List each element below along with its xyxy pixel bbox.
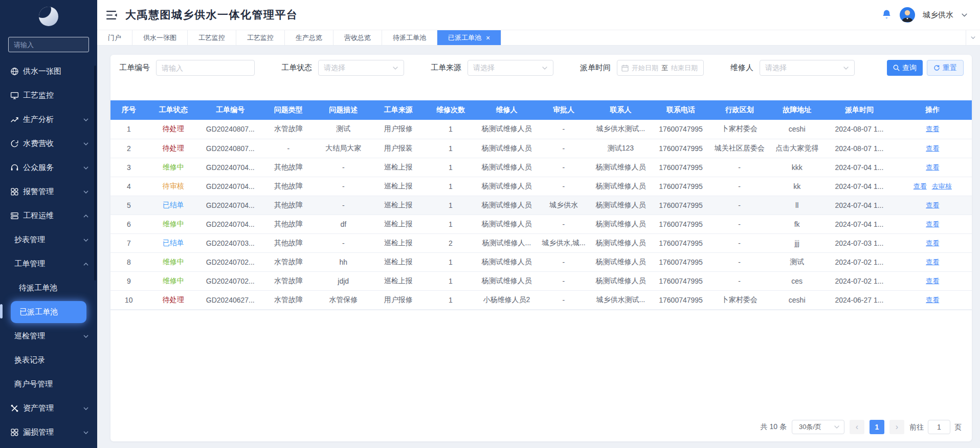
- tab-dispatched-pool[interactable]: 已派工单池×: [437, 30, 501, 45]
- sidebar-scrollbar[interactable]: [94, 66, 96, 281]
- sidebar-item-process-monitor[interactable]: 工艺监控: [0, 83, 97, 108]
- view-link[interactable]: 查看: [926, 220, 939, 228]
- cell-address: jjj: [769, 233, 825, 252]
- sidebar-item-merchant-id-mgmt[interactable]: 商户号管理: [0, 372, 97, 396]
- view-link[interactable]: 查看: [926, 258, 939, 266]
- sidebar-item-inspection-mgmt[interactable]: 巡检管理: [0, 324, 97, 348]
- sidebar: 供水一张图工艺监控生产分析水费营收公众服务报警管理工程运维抄表管理工单管理待派工…: [0, 0, 97, 448]
- source-select[interactable]: 请选择: [467, 60, 553, 76]
- prev-page-button[interactable]: ‹: [850, 420, 864, 434]
- cell-status: 维修中: [147, 271, 199, 290]
- alarm-icon: [10, 187, 19, 196]
- tab-process-monitor-2[interactable]: 工艺监控: [236, 30, 285, 45]
- user-name[interactable]: 城乡供水: [923, 10, 953, 20]
- cell-status: 维修中: [147, 215, 199, 233]
- chevron-down-icon: [843, 65, 849, 71]
- sidebar-item-asset-mgmt[interactable]: 资产管理: [0, 396, 97, 420]
- sidebar-item-pending-order-pool[interactable]: 待派工单池: [0, 276, 97, 300]
- tab-label: 待派工单池: [393, 33, 426, 42]
- filter-bar: 工单编号 工单状态 请选择 工单来源: [110, 55, 972, 76]
- cell-approver: 城乡供水,城...: [538, 233, 590, 252]
- goto-page-input[interactable]: [928, 420, 950, 434]
- next-page-button[interactable]: ›: [889, 420, 904, 434]
- cell-address: 测试: [769, 252, 825, 271]
- date-range-picker[interactable]: 开始日期 至 结束日期: [617, 60, 704, 76]
- view-link[interactable]: 查看: [926, 201, 939, 209]
- sidebar-item-engineering-ops[interactable]: 工程运维: [0, 204, 97, 228]
- cell-time: 2024-08-07 1...: [825, 139, 893, 158]
- cell-phone: 17600747995: [652, 215, 710, 233]
- sidebar-item-production-analysis[interactable]: 生产分析: [0, 108, 97, 132]
- order-no-input-wrap: [156, 60, 255, 76]
- cell-source: 巡检上报: [371, 252, 425, 271]
- cell-issue_desc: df: [316, 215, 371, 233]
- cell-address: ll: [769, 196, 825, 215]
- chevron-down-icon[interactable]: [961, 12, 968, 18]
- tab-label: 门户: [108, 33, 121, 42]
- page-size-select[interactable]: 30条/页: [792, 420, 844, 434]
- sidebar-item-alarm-management[interactable]: 报警管理: [0, 180, 97, 204]
- sidebar-item-public-service[interactable]: 公众服务: [0, 156, 97, 180]
- notification-bell-icon[interactable]: [881, 9, 892, 20]
- view-link[interactable]: 查看: [926, 277, 939, 285]
- collapse-menu-icon[interactable]: [106, 10, 117, 20]
- reset-button[interactable]: 重置: [927, 60, 964, 76]
- table-row: 3维修中GD20240704...其他故障-巡检上报1杨测试维修人员-杨测试维修…: [110, 158, 972, 177]
- cell-issue_type: 其他故障: [261, 233, 316, 252]
- cell-contact: 测试123: [590, 139, 652, 158]
- current-page-button[interactable]: 1: [870, 420, 884, 434]
- cell-time: 2024-08-07 1...: [825, 120, 893, 139]
- cell-approver: -: [538, 252, 590, 271]
- cell-source: 用户报装: [371, 139, 425, 158]
- tab-portal[interactable]: 门户: [97, 30, 132, 45]
- cell-order_no: GD20240703...: [199, 233, 261, 252]
- view-link[interactable]: 查看: [926, 125, 939, 133]
- tab-revenue-overview[interactable]: 营收总览: [333, 30, 382, 45]
- view-link[interactable]: 查看: [926, 296, 939, 304]
- view-link[interactable]: 查看: [926, 144, 939, 152]
- search-button[interactable]: 查询: [887, 60, 923, 76]
- filter-source: 工单来源 请选择: [431, 60, 553, 76]
- close-icon[interactable]: ×: [486, 34, 490, 41]
- tab-list-chevron-down-icon[interactable]: [966, 30, 980, 45]
- user-avatar[interactable]: [900, 7, 915, 23]
- view-link[interactable]: 查看: [926, 239, 939, 247]
- search-button-label: 查询: [902, 63, 917, 73]
- tab-pending-pool[interactable]: 待派工单池: [382, 30, 437, 45]
- work-order-table-wrap: 序号工单状态工单编号问题类型问题描述工单来源维修次数维修人审批人联系人联系电话行…: [110, 100, 972, 310]
- sidebar-item-water-map[interactable]: 供水一张图: [0, 59, 97, 83]
- order-no-input[interactable]: [162, 64, 249, 72]
- view-link[interactable]: 查看: [914, 182, 927, 190]
- chevron-down-icon: [83, 117, 89, 123]
- cell-phone: 17600747995: [652, 290, 710, 309]
- sidebar-item-work-order-mgmt[interactable]: 工单管理: [0, 252, 97, 276]
- sidebar-item-label: 商户号管理: [14, 379, 53, 389]
- sidebar-item-meter-replace-log[interactable]: 换表记录: [0, 348, 97, 372]
- cell-no: 8: [110, 252, 147, 271]
- cell-district: -: [710, 177, 769, 196]
- sidebar-item-water-fee-revenue[interactable]: 水费营收: [0, 132, 97, 156]
- sidebar-item-dispatched-order-pool[interactable]: 已派工单池: [11, 301, 86, 323]
- cell-repair_cnt: 1: [426, 271, 476, 290]
- repairer-select[interactable]: 请选择: [760, 60, 855, 76]
- sidebar-item-meter-reading[interactable]: 抄表管理: [0, 228, 97, 252]
- sidebar-search-input[interactable]: [8, 37, 89, 52]
- view-link[interactable]: 查看: [926, 163, 939, 171]
- tab-production-overview[interactable]: 生产总览: [285, 30, 333, 45]
- review-link[interactable]: 去审核: [932, 182, 952, 190]
- cell-source: 巡检上报: [371, 233, 425, 252]
- tab-water-map[interactable]: 供水一张图: [132, 30, 188, 45]
- sidebar-item-leakage-mgmt[interactable]: 漏损管理: [0, 420, 97, 444]
- cell-time: 2024-07-03 1...: [825, 233, 893, 252]
- tab-bar: 门户供水一张图工艺监控工艺监控生产总览营收总览待派工单池已派工单池×: [97, 30, 980, 46]
- cell-repair_cnt: 1: [426, 120, 476, 139]
- tab-process-monitor-1[interactable]: 工艺监控: [188, 30, 236, 45]
- chevron-down-icon: [83, 237, 89, 243]
- cell-status: 维修中: [147, 252, 199, 271]
- cell-address: ceshi: [769, 120, 825, 139]
- filter-repairer: 维修人 请选择: [730, 60, 855, 76]
- analysis-icon: [10, 115, 19, 124]
- filter-dispatch-time: 派单时间 开始日期 至 结束日期: [580, 60, 704, 76]
- status-select[interactable]: 请选择: [318, 60, 404, 76]
- sidebar-item-label: 报警管理: [23, 187, 54, 197]
